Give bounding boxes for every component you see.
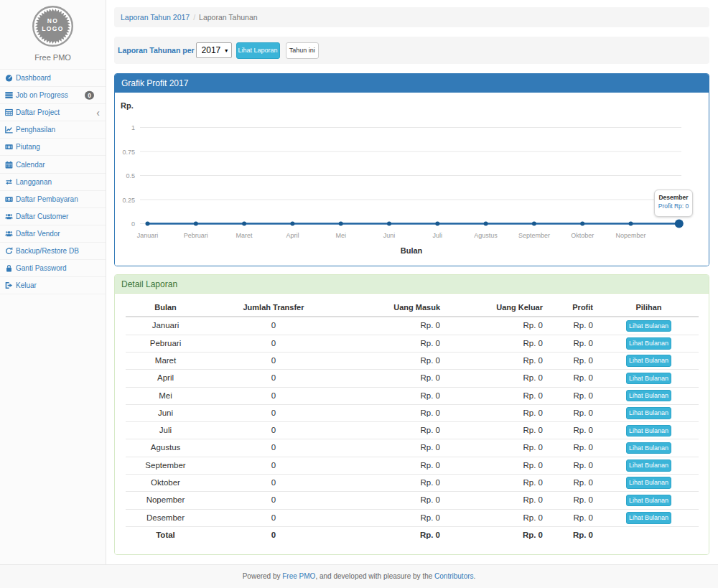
column-header-pilihan: Pilihan [599,299,699,317]
sidebar-item-daftar-customer[interactable]: Daftar Customer [0,208,106,225]
breadcrumb-parent-link[interactable]: Laporan Tahun 2017 [121,13,190,22]
chart-point[interactable] [194,222,198,226]
sidebar-item-label: Calendar [16,161,45,169]
lihat-laporan-button[interactable]: Lihat Laporan [236,42,280,59]
tahun-ini-button[interactable]: Tahun ini [286,42,319,59]
cell-uang-masuk: Rp. 0 [342,475,446,492]
chart-point[interactable] [435,222,439,226]
lihat-bulanan-button[interactable]: Lihat Bulanan [626,477,671,489]
x-tick-label: Juli [433,232,443,239]
total-label: Total [126,526,205,543]
sidebar-item-label: Daftar Vendor [16,230,60,238]
chart-point[interactable] [339,222,343,226]
lihat-bulanan-button[interactable]: Lihat Bulanan [626,355,671,367]
cell-bulan: Maret [126,353,205,370]
filter-bar: Laporan Tahunan per 2017 ▼ Lihat Laporan… [114,37,709,64]
year-select[interactable]: 2017 [196,42,232,58]
cell-uang-keluar: Rp. 0 [446,422,549,439]
column-header-uang-masuk: Uang Masuk [342,299,446,317]
chart-point[interactable] [242,222,246,226]
profit-chart-panel: Grafik Profit 2017 Rp. 1 0.75 0.5 0.25 0 [114,73,709,266]
lihat-bulanan-button[interactable]: Lihat Bulanan [626,320,671,332]
cell-uang-masuk: Rp. 0 [342,353,446,370]
sidebar-item-job-on-progress[interactable]: Job on Progress0 [0,87,106,104]
cell-profit: Rp. 0 [549,492,599,509]
cell-uang-masuk: Rp. 0 [342,509,446,526]
table-header-row: Bulan Jumlah Transfer Uang Masuk Uang Ke… [126,299,699,317]
cell-bulan: Juli [126,422,205,439]
logo-text-bottom: LOGO [42,25,64,32]
chevron-left-icon: ‹ [96,107,100,117]
y-tick-label: 0 [131,220,135,228]
sidebar-item-label: Penghasilan [16,126,55,134]
sidebar-item-keluar[interactable]: Keluar [0,277,106,294]
sidebar-item-piutang[interactable]: Piutang [0,139,106,156]
sidebar-item-backup-restore-db[interactable]: Backup/Restore DB [0,243,106,260]
lihat-bulanan-button[interactable]: Lihat Bulanan [626,459,671,472]
cell-uang-masuk: Rp. 0 [342,457,446,474]
cell-uang-keluar: Rp. 0 [446,370,549,387]
lihat-bulanan-button[interactable]: Lihat Bulanan [626,373,671,385]
lihat-bulanan-button[interactable]: Lihat Bulanan [626,337,671,350]
sidebar-item-daftar-project[interactable]: Daftar Project‹ [0,104,106,121]
lock-icon [5,264,13,272]
sidebar-item-calendar[interactable]: Calendar [0,156,106,173]
x-tick-label: Maret [236,232,253,239]
cell-uang-masuk: Rp. 0 [342,370,446,387]
refresh-icon [5,247,13,255]
sidebar-item-penghasilan[interactable]: Penghasilan [0,121,106,139]
cell-bulan: April [126,370,205,387]
brand-name: Free PMO [0,53,106,62]
cell-bulan: Mei [126,387,205,404]
chart-point[interactable] [580,222,584,226]
sidebar-item-label: Ganti Password [16,264,67,272]
sidebar-item-daftar-vendor[interactable]: Daftar Vendor [0,225,106,243]
chart-point[interactable] [484,222,488,226]
cell-profit: Rp. 0 [549,387,599,404]
column-header-uang-keluar: Uang Keluar [446,299,549,317]
y-tick-label: 1 [131,124,135,131]
sidebar: NO LOGO Free PMO Dashboard Job on Progre… [0,0,106,564]
chart-tooltip: Desember Profit Rp: 0 [654,190,693,217]
chart-point-active[interactable] [675,220,684,228]
free-pmo-link[interactable]: Free PMO [282,572,315,580]
lihat-bulanan-button[interactable]: Lihat Bulanan [626,425,671,437]
breadcrumb-current: Laporan Tahunan [199,13,258,22]
table-icon [5,108,13,116]
sidebar-item-label: Langganan [16,178,52,186]
cell-profit: Rp. 0 [549,422,599,439]
table-row: Januari 0 Rp. 0 Rp. 0 Rp. 0 Lihat Bulana… [126,317,699,335]
chart-point[interactable] [629,222,633,226]
app-layout: NO LOGO Free PMO Dashboard Job on Progre… [0,0,718,564]
contributors-link[interactable]: Contributors [434,572,473,580]
line-chart: Rp. 1 0.75 0.5 0.25 0 [115,93,708,266]
sidebar-item-dashboard[interactable]: Dashboard [0,70,106,87]
chart-point[interactable] [146,222,150,226]
cell-uang-keluar: Rp. 0 [446,387,549,404]
chart-point[interactable] [532,222,536,226]
lihat-bulanan-button[interactable]: Lihat Bulanan [626,442,671,454]
cell-profit: Rp. 0 [549,317,599,335]
cell-uang-keluar: Rp. 0 [446,509,549,526]
sidebar-item-ganti-password[interactable]: Ganti Password [0,260,106,277]
cell-profit: Rp. 0 [549,370,599,387]
column-header-jumlah-transfer: Jumlah Transfer [205,299,342,317]
cell-uang-keluar: Rp. 0 [446,439,549,457]
lihat-bulanan-button[interactable]: Lihat Bulanan [626,495,671,507]
sidebar-item-daftar-pembayaran[interactable]: Daftar Pembayaran [0,191,106,208]
lihat-bulanan-button[interactable]: Lihat Bulanan [626,390,671,402]
chart-point[interactable] [290,222,294,226]
cell-uang-masuk: Rp. 0 [342,387,446,404]
cell-uang-keluar: Rp. 0 [446,353,549,370]
sidebar-item-langganan[interactable]: Langganan [0,174,106,191]
logo-text-top: NO [47,17,59,24]
total-uang-keluar: Rp. 0 [446,526,549,543]
lihat-bulanan-button[interactable]: Lihat Bulanan [626,512,671,524]
lihat-bulanan-button[interactable]: Lihat Bulanan [626,407,671,419]
chart-point[interactable] [387,222,391,226]
cell-profit: Rp. 0 [549,439,599,457]
badge: 0 [85,90,94,100]
sidebar-item-label: Job on Progress [16,91,68,99]
cell-uang-masuk: Rp. 0 [342,335,446,352]
filter-label: Laporan Tahunan per [118,46,195,55]
